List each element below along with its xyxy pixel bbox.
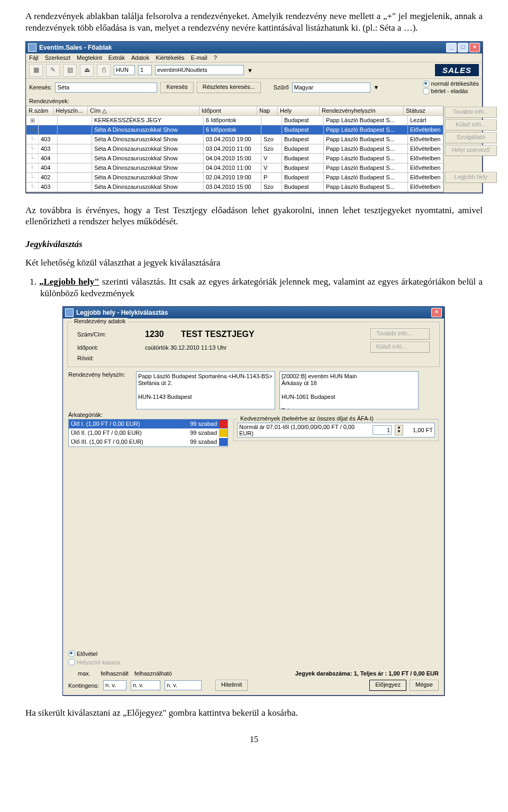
pricecat-list[interactable]: Ülő I. (1,00 FT / 0,00 EUR)99 szabadÜlő … <box>68 419 228 447</box>
radio-boxoffice[interactable]: Helyszíni kassza <box>68 659 248 665</box>
table-row[interactable]: ⊞KEREKESSZÉKES JEGY6 IdőpontokBudapestPa… <box>26 116 443 125</box>
venue-right: [20002:B] eventim HUN Main Árkássy út 18… <box>279 371 419 409</box>
section-heading: Jegykiválasztás <box>25 239 483 250</box>
pricecat-row[interactable]: Ülő I. (1,00 FT / 0,00 EUR)99 szabad <box>69 419 228 428</box>
menu-item[interactable]: Fájl <box>29 54 39 61</box>
paragraph-last: Ha sikerült kiválasztani az „Előjegyez" … <box>25 707 483 719</box>
detailed-search-button[interactable]: Részletes keresés... <box>197 82 261 93</box>
toolbar: ▦ ✎ ▤ ⏏ ⎙ HUN 1 eventimHUNoutlets ▼ SALE… <box>26 62 482 79</box>
minimize-icon[interactable]: _ <box>446 43 457 52</box>
menu-item[interactable]: Szerkeszt <box>45 54 70 61</box>
event-number: 1230 <box>145 330 177 339</box>
reserve-button[interactable]: Előjegyez <box>369 680 406 691</box>
search-input[interactable]: Séta <box>55 83 157 93</box>
number-label: Szám/Cím: <box>77 331 141 337</box>
side-buttons: További infó... Külső infó... Szolgáltat… <box>444 106 488 193</box>
menu-item[interactable]: E-mail <box>191 54 207 61</box>
search-row: Keresés: Séta Keresés Részletes keresés.… <box>26 79 482 96</box>
tool-icon[interactable]: ✎ <box>46 64 60 77</box>
venue-left: Papp László Budapest Sportaréna <HUN-114… <box>136 371 275 409</box>
pricecat-row[interactable]: Ülő II. (1,00 FT / 0,00 EUR)99 szabad <box>69 428 228 437</box>
search-button[interactable]: Keresés <box>160 82 193 93</box>
contingent-label: Kontingens: <box>68 682 99 689</box>
menu-item[interactable]: ? <box>214 54 217 61</box>
group-title: Kedvezmények (beleértve az összes díjat … <box>238 415 376 422</box>
qty-spinner[interactable]: ▲▼ <box>395 425 403 435</box>
table-row[interactable]: └403Séta A Dinoszauruszokkal Show03.04.2… <box>26 144 443 154</box>
total-summary: Jegyek darabszáma: 1, Teljes ár : 1,00 F… <box>295 670 439 677</box>
cancel-button[interactable]: Mégse <box>410 680 439 691</box>
menu-item[interactable]: Adatok <box>131 54 149 61</box>
window-title: Legjobb hely - Helykiválasztás <box>76 309 168 316</box>
eventim-sales-window: Eventim.Sales - Főablak _ □ × Fájl Szerk… <box>25 41 483 193</box>
menu-item[interactable]: Kiértékelés <box>156 54 184 61</box>
table-row[interactable]: └404Séta A Dinoszauruszokkal Show04.04.2… <box>26 154 443 163</box>
menu-item[interactable]: Extrák <box>108 54 125 61</box>
sales-logo: SALES <box>435 64 479 76</box>
discount-group: Kedvezmények (beleértve az összes díjat … <box>233 419 439 441</box>
filter-label: Szűrő <box>274 84 289 90</box>
tool-icon[interactable]: ▦ <box>29 64 43 77</box>
menubar: Fájl Szerkeszt Megtekint Extrák Adatok K… <box>26 53 482 62</box>
date-label: Időpont: <box>77 344 141 351</box>
qty-input[interactable]: 1 <box>373 425 392 435</box>
event-data-group: Rendezvény adatok Szám/Cím: 1230 TEST TE… <box>67 322 440 367</box>
table-row[interactable]: └404Séta A Dinoszauruszokkal Show04.04.2… <box>26 163 443 173</box>
list-item-1: 1. „Legjobb hely" szerinti választás. It… <box>40 276 483 299</box>
menu-item[interactable]: Megtekint <box>77 54 102 61</box>
close-icon[interactable]: × <box>431 308 442 317</box>
group-title: Rendezvény adatok <box>72 318 128 324</box>
line-price: 1,00 FT <box>406 427 433 433</box>
filter-select[interactable]: Magyar <box>292 83 370 93</box>
best-seat-button[interactable]: Legjobb hely <box>445 172 497 183</box>
venue-label: Rendezvény helyszín: <box>68 371 132 378</box>
more-info-button[interactable]: További infó... <box>370 329 430 340</box>
paragraph-3: Két lehetőség közül választhat a jegyek … <box>25 257 483 269</box>
best-seat-window: Legjobb hely - Helykiválasztás × Rendezv… <box>62 306 444 696</box>
cont-avail: n. v. <box>165 680 202 690</box>
events-label: Rendezvények: <box>29 98 69 104</box>
table-row[interactable]: └403Séta A Dinoszauruszokkal Show03.04.2… <box>26 135 443 144</box>
pricecat-row[interactable]: Ülő III. (1,00 FT / 0,00 EUR)99 szabad <box>69 437 228 446</box>
creditlimit-button[interactable]: Hitelimit <box>215 680 248 691</box>
close-icon[interactable]: × <box>469 43 480 52</box>
hun-num-field[interactable]: 1 <box>138 65 152 75</box>
discount-row[interactable]: Normál ár 07.01-től (1,00/0,00/0,00 FT /… <box>237 423 435 437</box>
radio-season-sale[interactable]: bérlet - eladás <box>423 88 479 95</box>
window-footer: Elővétel Helyszíni kassza max. felhaszná… <box>63 648 444 695</box>
provider-button[interactable]: Szolgáltató <box>445 132 497 143</box>
empty-area <box>63 447 444 648</box>
app-icon <box>65 308 74 317</box>
radio-presale[interactable]: Elővétel <box>68 650 248 657</box>
event-datetime: csütörtök 30.12.2010 11:13 Uhr <box>145 344 226 351</box>
outlet-field[interactable]: eventimHUNoutlets <box>155 65 244 75</box>
paragraph-2: Az továbbra is érvényes, hogy a Test Tes… <box>25 205 483 228</box>
more-info-button[interactable]: További infó... <box>445 107 497 118</box>
grid-header: R.szám Helyszín... Cím △ Időpont Nap Hel… <box>26 106 443 116</box>
event-title: TEST TESZTJEGY <box>181 330 255 339</box>
tool-icon[interactable]: ⏏ <box>80 64 94 77</box>
window-title: Eventim.Sales - Főablak <box>39 44 112 51</box>
titlebar[interactable]: Legjobb hely - Helykiválasztás × <box>63 307 444 318</box>
app-icon <box>28 43 37 52</box>
pricecat-label: Árkategóriák: <box>68 412 132 418</box>
radio-normal-sale[interactable]: normál értékesítés <box>423 80 479 87</box>
table-row[interactable]: └402Séta A Dinoszauruszokkal Show02.04.2… <box>26 173 443 183</box>
page-number: 15 <box>25 735 483 744</box>
tool-icon[interactable]: ⎙ <box>97 64 111 77</box>
cont-max: n. v. <box>103 680 126 690</box>
external-info-button[interactable]: Külső infó... <box>445 120 497 131</box>
cont-used: n. v. <box>131 680 160 690</box>
short-label: Rövid: <box>77 355 141 361</box>
hun-field[interactable]: HUN <box>114 65 135 75</box>
table-row[interactable]: └403Séta A Dinoszauruszokkal Show03.04.2… <box>26 183 443 192</box>
local-organizer-button[interactable]: Helyi szervező <box>445 145 497 156</box>
maximize-icon[interactable]: □ <box>458 43 468 52</box>
paragraph-1: A rendezvények ablakban találja felsorol… <box>25 11 483 34</box>
search-label: Keresés: <box>29 84 52 90</box>
events-grid[interactable]: R.szám Helyszín... Cím △ Időpont Nap Hel… <box>26 106 444 193</box>
titlebar[interactable]: Eventim.Sales - Főablak _ □ × <box>26 42 482 53</box>
tool-icon[interactable]: ▤ <box>63 64 77 77</box>
external-info-button[interactable]: Külső infó... <box>370 342 430 353</box>
table-row[interactable]: ⊟Séta A Dinoszauruszokkal Show6 Időponto… <box>26 125 443 135</box>
